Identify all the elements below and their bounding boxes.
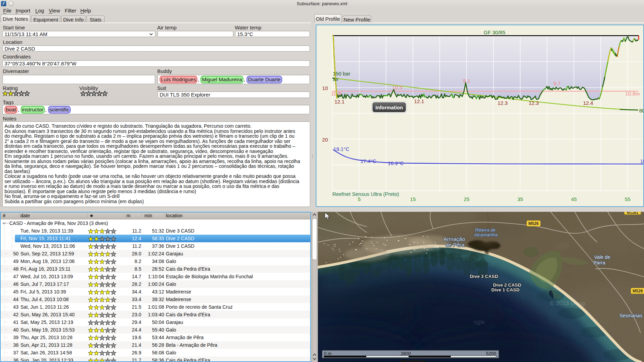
svg-text:25: 25	[464, 196, 469, 202]
svg-text:45: 45	[571, 196, 577, 202]
svg-text:12.3: 12.3	[529, 100, 539, 106]
svg-text:ogle: ogle	[474, 319, 485, 325]
svg-text:5: 5	[358, 196, 360, 202]
svg-text:12.4: 12.4	[583, 100, 593, 106]
svg-text:12.1: 12.1	[334, 99, 345, 105]
svg-text:Dive 1 CASD: Dive 1 CASD	[491, 287, 520, 292]
svg-text:Dive 2 CASD: Dive 2 CASD	[493, 282, 521, 288]
svg-text:Parra: Parra	[593, 260, 605, 265]
svg-text:Vale de: Vale de	[594, 254, 610, 260]
svg-text:0 m: 0 m	[324, 351, 332, 356]
svg-text:Information: Information	[375, 105, 403, 110]
svg-text:17.4°C: 17.4°C	[360, 158, 376, 164]
svg-text:12.1: 12.1	[414, 98, 424, 104]
svg-text:Dive 3 CASD: Dive 3 CASD	[470, 274, 498, 279]
svg-text:10.5: 10.5	[392, 84, 402, 90]
svg-text:air: air	[333, 76, 339, 82]
svg-text:80: 80	[639, 108, 644, 114]
svg-text:5200: 5200	[486, 351, 496, 356]
svg-text:2600: 2600	[401, 351, 411, 356]
svg-text:16.9°C: 16.9°C	[388, 160, 404, 166]
svg-text:9.7: 9.7	[553, 80, 561, 86]
svg-text:Reefnet Sensus Ultra (Preto): Reefnet Sensus Ultra (Preto)	[332, 191, 399, 197]
svg-text:© 2013 Goog: © 2013 Goog	[550, 300, 585, 307]
svg-text:15: 15	[410, 196, 416, 202]
svg-text:Ribeira de: Ribeira de	[475, 227, 495, 233]
svg-text:55: 55	[625, 196, 630, 202]
svg-text:Armação: Armação	[444, 236, 465, 242]
svg-text:Alcantarilha: Alcantarilha	[474, 232, 498, 237]
svg-text:de Pêra: de Pêra	[446, 242, 465, 248]
svg-text:12.3: 12.3	[498, 100, 508, 106]
svg-text:10: 10	[322, 85, 328, 91]
svg-text:9.1: 9.1	[463, 78, 470, 84]
svg-text:GF 30/85: GF 30/85	[484, 29, 506, 35]
svg-text:35: 35	[517, 196, 523, 202]
svg-text:20: 20	[322, 137, 328, 143]
svg-text:19.1°C: 19.1°C	[333, 146, 349, 152]
svg-text:M526: M526	[633, 289, 643, 293]
svg-text:10.8m: 10.8m	[625, 91, 640, 97]
svg-text:M1281: M1281	[627, 212, 638, 215]
svg-text:M526: M526	[528, 221, 539, 226]
svg-text:150 bar: 150 bar	[333, 71, 350, 76]
svg-text:Sesmarias: Sesmarias	[619, 313, 642, 318]
svg-text:16: 16	[640, 158, 644, 164]
